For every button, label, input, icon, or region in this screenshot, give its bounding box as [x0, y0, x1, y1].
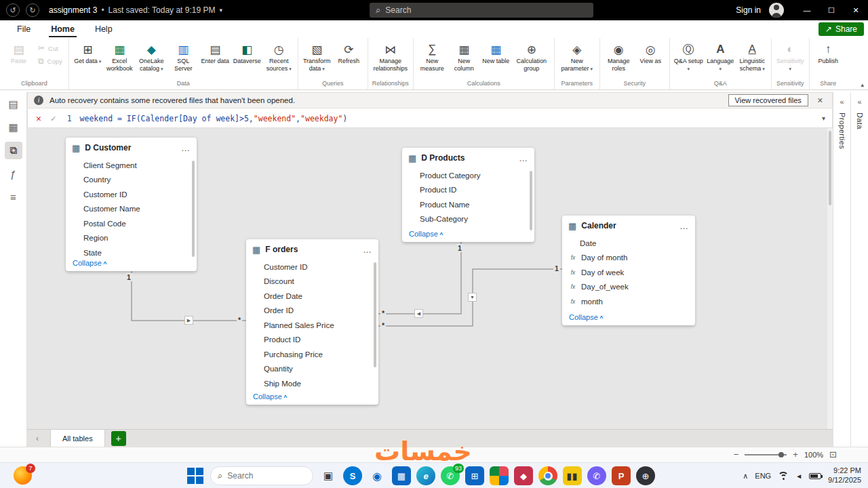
refresh-button[interactable]: ⟳ Refresh — [334, 40, 364, 65]
get-data-button[interactable]: ⊞ Get data — [73, 40, 103, 65]
field-row[interactable]: fxDay of week — [562, 265, 695, 280]
volume-icon[interactable]: ◄ — [795, 472, 802, 480]
collapse-link[interactable]: Collapse — [73, 259, 107, 267]
maximize-button[interactable]: ☐ — [819, 0, 844, 20]
tray-chevron-icon[interactable]: ∧ — [743, 472, 748, 481]
table-title[interactable]: F orders — [265, 245, 298, 254]
tab-scroll-left-icon[interactable]: ‹ — [27, 434, 47, 443]
model-canvas[interactable]: ▦ D Customer … Client Segment Country Cu… — [27, 128, 833, 429]
sensitivity-button[interactable]: ◐ Sensitivity — [775, 40, 806, 72]
formula-bar[interactable]: ✕ ✓ 1 weekend = IF(Calender[Day of week]… — [27, 109, 833, 128]
close-notification-icon[interactable]: ✕ — [814, 96, 826, 105]
calendar-icon[interactable]: ▦ — [392, 466, 411, 485]
table-card-calender[interactable]: ▦ Calender … Date fxDay of month fxDay o… — [562, 216, 695, 325]
powerpoint-icon[interactable]: P — [612, 466, 631, 485]
manage-roles-button[interactable]: ◉ Manage roles — [604, 40, 634, 72]
collapse-link[interactable]: Collapse — [569, 313, 604, 321]
field-row[interactable]: Ship Mode — [246, 376, 378, 391]
field-row[interactable]: Postal Code — [66, 216, 197, 231]
field-row[interactable]: Discount — [246, 274, 378, 289]
sign-in-link[interactable]: Sign in — [736, 5, 761, 15]
zoom-in-button[interactable]: + — [793, 449, 798, 460]
chrome-icon[interactable] — [538, 466, 557, 485]
redo-icon[interactable]: ↻ — [26, 3, 39, 17]
expand-pane-icon[interactable]: « — [833, 92, 850, 108]
relationship-direction-icon[interactable]: ▶ — [184, 316, 193, 325]
collapse-ribbon-icon[interactable]: ▴ — [861, 81, 864, 88]
linguistic-schema-button[interactable]: A Linguistic schema — [737, 40, 768, 72]
wifi-icon[interactable] — [778, 472, 789, 481]
table-view-button[interactable]: ▦ — [5, 119, 22, 136]
cut-button[interactable]: ✂ Cut — [35, 43, 65, 54]
dax-query-view-button[interactable]: ƒ — [5, 165, 22, 182]
card-scrollbar[interactable] — [192, 161, 195, 257]
table-card-d-customer[interactable]: ▦ D Customer … Client Segment Country Cu… — [66, 138, 197, 271]
table-title[interactable]: D Products — [421, 153, 465, 163]
field-row[interactable]: Date — [562, 236, 695, 251]
account-avatar[interactable] — [769, 3, 784, 18]
search-input[interactable] — [385, 5, 587, 15]
tmdl-view-button[interactable]: ≡ — [5, 188, 22, 205]
new-column-button[interactable]: ▦ New column — [449, 40, 479, 72]
cancel-formula-icon[interactable]: ✕ — [36, 113, 41, 123]
table-title[interactable]: D Customer — [85, 143, 131, 152]
global-search-box[interactable]: ⌕ — [370, 3, 593, 18]
new-table-button[interactable]: ▦ New table — [481, 40, 511, 65]
field-row[interactable]: Product Category — [402, 168, 534, 183]
field-row[interactable]: fxmonth — [562, 294, 695, 309]
field-row[interactable]: fxDay of month — [562, 251, 695, 266]
firefox-icon[interactable]: 7 — [14, 466, 32, 485]
task-view-button[interactable]: ▣ — [319, 466, 338, 485]
security-app-icon[interactable]: ◆ — [514, 466, 533, 485]
card-scrollbar[interactable] — [374, 262, 376, 367]
photos-icon[interactable] — [490, 466, 509, 485]
field-row[interactable]: Client Segment — [66, 158, 197, 173]
view-as-button[interactable]: ◎ View as — [635, 40, 666, 65]
dax-formula[interactable]: weekend = IF(Calender[Day of week]>5,"we… — [80, 114, 348, 123]
battery-icon[interactable] — [809, 473, 821, 479]
data-pane-collapsed[interactable]: « Data — [850, 92, 868, 447]
field-row[interactable]: Product ID — [246, 333, 378, 348]
expand-pane-icon[interactable]: « — [851, 92, 868, 108]
field-row[interactable]: Country — [66, 173, 197, 188]
table-title[interactable]: Calender — [581, 221, 616, 230]
card-scrollbar[interactable] — [530, 171, 532, 230]
new-measure-button[interactable]: ∑ New measure — [417, 40, 448, 72]
people-icon[interactable]: ◉ — [368, 466, 387, 485]
publish-button[interactable]: ↑ Publish — [813, 40, 844, 65]
taskbar-search[interactable]: ⌕ — [210, 466, 313, 485]
relationship-direction-icon[interactable]: ▼ — [468, 293, 477, 302]
start-button[interactable] — [186, 466, 205, 485]
browser-icon[interactable]: ⊕ — [636, 466, 655, 485]
clock[interactable]: 9:22 PM 9/12/2025 — [828, 466, 861, 485]
field-row[interactable]: Product Name — [402, 197, 534, 212]
more-options-icon[interactable]: … — [363, 245, 372, 255]
field-row[interactable]: Quantity — [246, 362, 378, 377]
close-button[interactable]: ✕ — [844, 0, 868, 20]
viber-icon[interactable]: ✆ — [587, 466, 606, 485]
model-view-button[interactable]: ⧉ — [5, 142, 22, 159]
undo-icon[interactable]: ↺ — [6, 3, 20, 17]
field-row[interactable]: Planned Sales Price — [246, 318, 378, 333]
skype-icon[interactable]: S — [343, 466, 362, 485]
transform-data-button[interactable]: ▧ Transform data — [302, 40, 332, 72]
sql-server-button[interactable]: ▥ SQL Server — [168, 40, 199, 72]
copy-button[interactable]: ⧉ Copy — [35, 56, 65, 66]
field-row[interactable]: State — [66, 245, 197, 260]
more-options-icon[interactable]: … — [679, 221, 689, 231]
tab-home[interactable]: Home — [41, 20, 85, 38]
zoom-out-button[interactable]: − — [734, 449, 739, 460]
dataverse-button[interactable]: ◧ Dataverse — [232, 40, 262, 65]
table-card-d-products[interactable]: ▦ D Products … Product Category Product … — [402, 148, 534, 242]
properties-pane-collapsed[interactable]: « Properties — [833, 92, 850, 447]
field-row[interactable]: Order Date — [246, 289, 378, 304]
tab-file[interactable]: File — [7, 20, 41, 38]
field-row[interactable]: Purchasing Price — [246, 347, 378, 362]
language-indicator[interactable]: ENG — [755, 472, 771, 480]
field-row[interactable]: Customer Name — [66, 202, 197, 217]
field-row[interactable]: Order ID — [246, 304, 378, 319]
view-recovered-files-button[interactable]: View recovered files — [728, 94, 808, 106]
manage-relationships-button[interactable]: ⋈ Manage relationships — [372, 40, 410, 72]
expand-formula-icon[interactable]: ▾ — [822, 115, 825, 122]
field-row[interactable]: Customer ID — [66, 187, 197, 202]
